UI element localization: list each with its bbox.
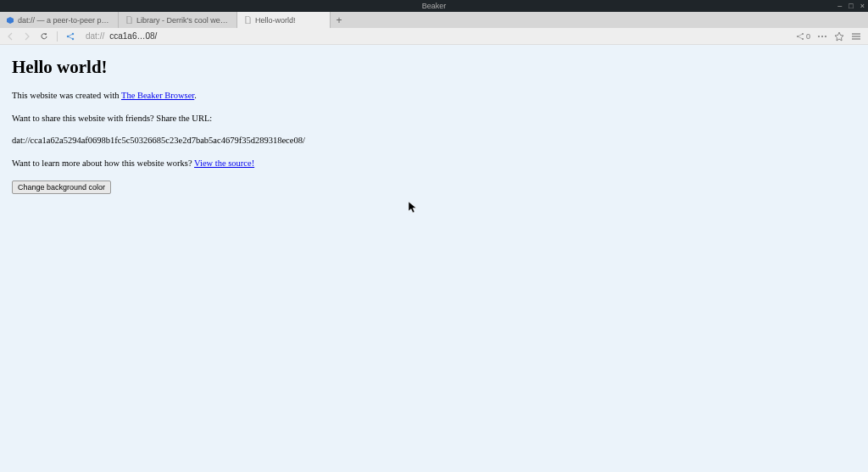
maximize-button[interactable]: □ — [849, 2, 853, 10]
learn-text: Want to learn more about how this websit… — [12, 158, 856, 170]
star-icon[interactable] — [834, 31, 844, 42]
cursor-icon — [409, 202, 417, 217]
tab-peer-protocol[interactable]: dat:// — a peer-to-peer protocol — [0, 12, 119, 28]
svg-line-9 — [798, 34, 803, 36]
svg-line-5 — [68, 36, 73, 39]
divider — [57, 31, 58, 42]
dat-url: dat://cca1a62a5294af0698b1fc5c50326685c2… — [12, 135, 856, 147]
more-icon[interactable] — [817, 35, 827, 38]
tab-label: dat:// — a peer-to-peer protocol — [18, 16, 111, 25]
tab-label: Hello-world! — [255, 16, 296, 25]
share-icon[interactable] — [64, 30, 77, 43]
tab-bar: dat:// — a peer-to-peer protocol Library… — [0, 12, 868, 28]
peer-count-value: 0 — [806, 32, 810, 41]
svg-point-12 — [821, 36, 823, 37]
close-button[interactable]: × — [860, 2, 865, 10]
svg-point-13 — [825, 36, 826, 37]
created-text: This website was created with The Beaker… — [12, 90, 856, 103]
window-titlebar: Beaker – □ × — [0, 0, 868, 12]
new-tab-button[interactable]: + — [331, 12, 348, 28]
svg-point-11 — [818, 36, 820, 37]
file-icon — [125, 17, 132, 24]
toolbar-right: 0 — [796, 31, 865, 42]
svg-line-10 — [798, 36, 803, 39]
file-icon — [244, 17, 251, 24]
window-controls: – □ × — [837, 2, 865, 10]
tab-hello-world[interactable]: Hello-world! — [237, 12, 331, 28]
share-text: Want to share this website with friends?… — [12, 113, 856, 125]
address-bar[interactable] — [109, 31, 793, 41]
page-heading: Hello world! — [12, 57, 856, 78]
url-scheme: dat:// — [81, 31, 106, 41]
tab-library[interactable]: Library - Derrik's cool website thing — [119, 12, 237, 28]
svg-line-4 — [68, 34, 73, 36]
back-button[interactable] — [3, 30, 17, 43]
reload-button[interactable] — [37, 30, 51, 43]
window-title: Beaker — [422, 2, 447, 10]
page-content: Hello world! This website was created wi… — [0, 45, 868, 472]
toolbar: dat:// 0 — [0, 28, 868, 45]
view-source-link[interactable]: View the source! — [194, 158, 254, 168]
tab-label: Library - Derrik's cool website thing — [136, 16, 230, 25]
minimize-button[interactable]: – — [837, 2, 842, 10]
menu-icon[interactable] — [851, 32, 861, 41]
svg-marker-0 — [7, 17, 14, 24]
peer-count[interactable]: 0 — [796, 32, 810, 41]
beaker-link[interactable]: The Beaker Browser — [121, 91, 194, 100]
change-background-button[interactable]: Change background color — [12, 180, 111, 194]
hexagon-icon — [7, 17, 14, 24]
forward-button[interactable] — [20, 30, 34, 43]
